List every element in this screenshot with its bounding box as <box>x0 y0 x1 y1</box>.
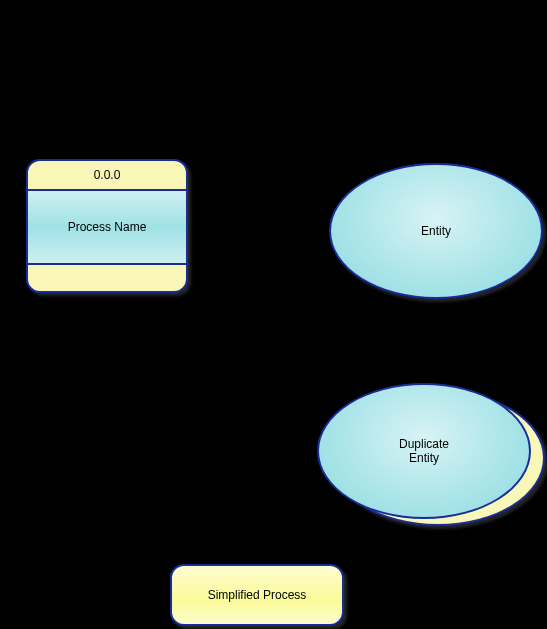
process-name-band: Process Name <box>28 191 186 265</box>
simplified-process-label: Simplified Process <box>208 588 307 602</box>
process-id-label: 0.0.0 <box>94 168 121 182</box>
process-id-band: 0.0.0 <box>28 161 186 191</box>
entity-label: Entity <box>421 224 451 238</box>
simplified-process-shape[interactable]: Simplified Process <box>170 564 344 626</box>
duplicate-entity-shape[interactable]: Duplicate Entity <box>317 383 527 515</box>
diagram-canvas: 0.0.0 Process Name Entity Duplicate Enti… <box>0 0 547 629</box>
process-name-label: Process Name <box>68 220 147 234</box>
process-shape[interactable]: 0.0.0 Process Name <box>26 159 188 293</box>
process-footer-band <box>28 265 186 291</box>
duplicate-entity-label: Duplicate Entity <box>399 437 449 466</box>
entity-shape[interactable]: Entity <box>329 163 543 299</box>
duplicate-entity-front: Duplicate Entity <box>317 383 531 519</box>
